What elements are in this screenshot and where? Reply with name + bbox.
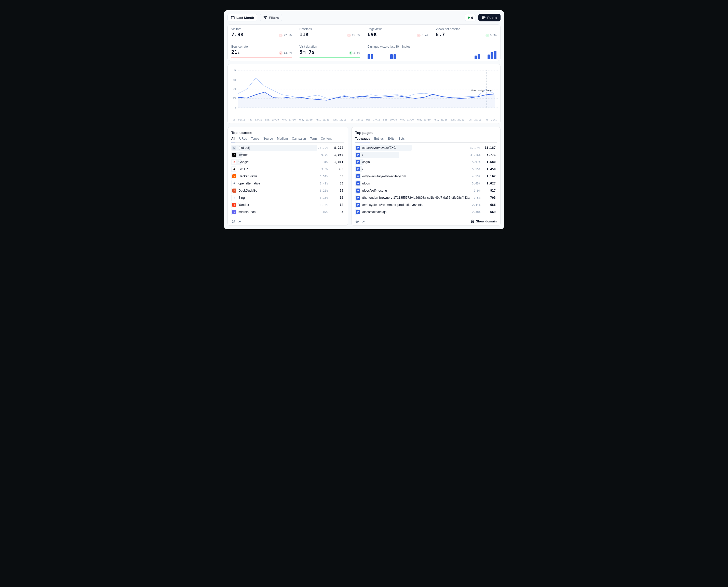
source-row[interactable]: ✱ openalternative 0.49% 53 (231, 180, 344, 187)
page-pct: 3.65% (472, 182, 480, 185)
page-icon: P (356, 189, 360, 193)
source-count: 55 (333, 174, 343, 178)
page-row[interactable]: P /docs 3.65% 1,027 (355, 180, 497, 187)
source-favicon-icon: μ (232, 210, 236, 214)
metric-value: 8.7 (436, 31, 445, 38)
globe-icon (482, 16, 486, 20)
page-row[interactable]: P /eml-systems/remember-production/event… (355, 201, 497, 208)
source-label: Bing (238, 196, 245, 199)
page-pct: 4.13% (472, 175, 480, 178)
public-button[interactable]: Public (478, 14, 501, 21)
metric-label: Visitors (231, 27, 292, 31)
page-row[interactable]: P /docs/self-hosting 2.9% 817 (355, 187, 497, 194)
source-count: 16 (333, 196, 343, 199)
page-path: / (362, 167, 363, 171)
source-count: 1,050 (333, 153, 343, 157)
tab-content[interactable]: Content (321, 137, 332, 142)
page-path: /docs/sdks/nextjs (362, 210, 386, 214)
panels: Top sources AllURLsTypesSourceMediumCamp… (227, 127, 501, 226)
svg-text:750: 750 (233, 79, 237, 81)
arrow-down-icon: ↓ (279, 51, 283, 55)
tab-medium[interactable]: Medium (277, 137, 288, 142)
page-count: 703 (485, 196, 496, 199)
source-count: 8,202 (333, 146, 343, 149)
source-label: Twitter (238, 153, 248, 157)
sparkline (368, 40, 429, 41)
page-count: 817 (485, 189, 496, 192)
source-row[interactable]: ○ Bing 0.15% 16 (231, 194, 344, 201)
source-row[interactable]: X Twitter 9.7% 1,050 (231, 151, 344, 159)
tab-types[interactable]: Types (251, 137, 259, 142)
chart-line-icon[interactable] (238, 219, 242, 224)
source-pct: 0.15% (320, 196, 328, 199)
source-row[interactable]: μ microlaunch 0.07% 8 (231, 208, 344, 215)
filters-button[interactable]: Filters (260, 14, 282, 21)
source-favicon-icon: d (232, 189, 236, 193)
panel-footer (231, 217, 344, 224)
source-favicon-icon: ◉ (232, 167, 236, 171)
page-row[interactable]: P / 5.15% 1,450 (355, 166, 497, 173)
public-label: Public (487, 16, 497, 20)
source-favicon-icon: Y (232, 174, 236, 178)
source-row[interactable]: G Google 9.34% 1,011 (231, 159, 344, 166)
svg-point-13 (232, 220, 235, 223)
tab-all[interactable]: All (231, 137, 235, 142)
tab-term[interactable]: Term (310, 137, 317, 142)
live-visitors-badge[interactable]: 6 (465, 14, 476, 21)
source-row[interactable]: ◉ GitHub 3.6% 390 (231, 166, 344, 173)
tab-bots[interactable]: Bots (398, 137, 405, 142)
metric-sessions[interactable]: Sessions 11K ↓15.3% (296, 25, 364, 42)
page-path: /docs (362, 182, 370, 185)
tab-exits[interactable]: Exits (388, 137, 394, 142)
metric-visitors[interactable]: Visitors 7.9K ↓22.9% (228, 25, 296, 42)
metric-delta: ↑9.3% (486, 33, 497, 37)
source-label: (not set) (238, 146, 250, 149)
metric-value: 5m 7s (299, 49, 315, 55)
page-icon: P (356, 196, 360, 200)
metric-bounce[interactable]: Bounce rate 21% ↓13.4% (228, 42, 296, 61)
tab-source[interactable]: Source (263, 137, 273, 142)
source-row[interactable]: d DuckDuckGo 0.21% 23 (231, 187, 344, 194)
page-row[interactable]: P /why-wait-italy/whywaititalycom 4.13% … (355, 173, 497, 180)
page-count: 1,027 (485, 182, 496, 185)
metric-vps[interactable]: Views per session 8.7 ↑9.3% (432, 25, 501, 42)
target-icon[interactable] (355, 219, 359, 224)
metric-value: 69K (368, 31, 377, 38)
tab-entries[interactable]: Entries (374, 137, 384, 142)
tab-urls[interactable]: URLs (239, 137, 247, 142)
source-label: GitHub (238, 167, 248, 171)
metric-duration[interactable]: Visit duration 5m 7s ↑2.8% (296, 42, 364, 61)
page-row[interactable]: P /docs/sdks/nextjs 2.38% 669 (355, 208, 497, 215)
page-row[interactable]: P / 31.16% 8,771 (355, 151, 497, 159)
metric-pageviews[interactable]: Pageviews 69K ↓6.4% (364, 25, 432, 42)
top-sources-panel: Top sources AllURLsTypesSourceMediumCamp… (227, 127, 348, 226)
metric-realtime[interactable]: 6 unique vistors last 30 minutes (364, 42, 500, 61)
page-pct: 2.5% (474, 196, 481, 199)
svg-rect-0 (231, 16, 234, 19)
sparkline (231, 40, 292, 41)
panel-footer: Show domain (355, 217, 497, 224)
filter-icon (263, 16, 267, 20)
metric-label: Views per session (436, 27, 497, 31)
date-range-button[interactable]: Last Month (227, 14, 257, 21)
page-path: /share/overview/zef2XC (362, 146, 396, 149)
page-row[interactable]: P /login 5.97% 1,680 (355, 159, 497, 166)
panel-title: Top pages (355, 131, 497, 135)
page-row[interactable]: P /the-london-brownery-1711855772/4d2689… (355, 194, 497, 201)
main-chart[interactable]: 02505007501K New design tweet Tue, 01/10… (227, 64, 501, 124)
tab-campaign[interactable]: Campaign (292, 137, 306, 142)
source-count: 8 (333, 210, 343, 214)
source-row[interactable]: ⊡ (not set) 75.79% 8,202 (231, 144, 344, 151)
page-row[interactable]: P /share/overview/zef2XC 39.74% 11,187 (355, 144, 497, 151)
chart-line-icon[interactable] (362, 219, 366, 224)
sparkline (299, 40, 360, 41)
target-icon[interactable] (231, 219, 235, 224)
source-favicon-icon: X (232, 153, 236, 157)
source-pct: 75.79% (318, 146, 328, 149)
source-row[interactable]: Y Yandex 0.13% 14 (231, 201, 344, 208)
page-icon: P (356, 210, 360, 214)
show-domain-button[interactable]: Show domain (470, 219, 497, 224)
source-pct: 9.34% (320, 161, 328, 164)
tab-top-pages[interactable]: Top pages (355, 137, 370, 142)
source-row[interactable]: Y Hacker News 0.51% 55 (231, 173, 344, 180)
